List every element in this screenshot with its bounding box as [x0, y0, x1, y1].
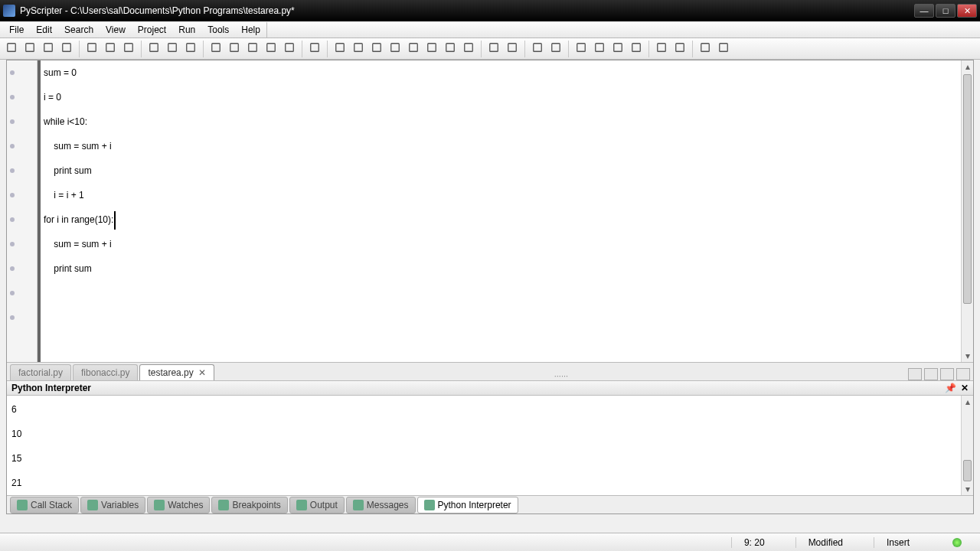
svg-rect-28 [577, 44, 586, 52]
save-icon [43, 42, 54, 55]
whitespace-button[interactable] [671, 41, 688, 57]
code-line[interactable]: i = i + 1 [44, 183, 116, 207]
minimize-button[interactable]: ― [914, 4, 934, 18]
scroll-up-icon[interactable]: ▴ [962, 60, 973, 73]
interpreter-scrollbar[interactable]: ▴ ▾ [961, 396, 973, 495]
bottom-tab-breakpoints[interactable]: Breakpoints [211, 497, 287, 514]
stop-refresh-icon [185, 42, 196, 55]
hand-button[interactable] [485, 41, 502, 57]
tab-tool-button[interactable] [956, 368, 970, 380]
toggle-breakpoint-button[interactable] [423, 41, 440, 57]
code-line[interactable]: for i in range(10): [44, 207, 116, 232]
code-line[interactable]: print sum [44, 256, 116, 281]
step-into-button[interactable] [368, 41, 385, 57]
cut-button[interactable] [102, 41, 119, 57]
step-out-button[interactable] [387, 41, 403, 57]
menu-file[interactable]: File [3, 22, 30, 37]
python-engine-icon [718, 42, 729, 55]
tab-tool-button[interactable] [940, 368, 954, 380]
menu-project[interactable]: Project [132, 22, 172, 37]
scroll-down-icon[interactable]: ▾ [962, 350, 973, 362]
scroll-thumb[interactable] [963, 74, 972, 304]
editor-area[interactable]: sum = 0i = 0while i<10: sum = sum + i pr… [7, 60, 973, 362]
close-button[interactable]: ✕ [957, 4, 977, 18]
tab-close-icon[interactable]: ✕ [198, 367, 206, 378]
world-button[interactable] [504, 41, 521, 57]
pause-button[interactable] [442, 41, 459, 57]
menu-edit[interactable]: Edit [30, 22, 58, 37]
editor-tab-fibonacci-py[interactable]: fibonacci.py [73, 364, 138, 380]
menu-search[interactable]: Search [58, 22, 100, 37]
go-back-button[interactable] [306, 41, 323, 57]
open-file-button[interactable] [21, 41, 38, 57]
indent-button[interactable] [591, 41, 608, 57]
interp-line: 6 [11, 397, 969, 422]
new-file-button[interactable] [3, 41, 20, 57]
save-button[interactable] [40, 41, 57, 57]
copy-button[interactable] [120, 41, 137, 57]
dedent-button[interactable] [573, 41, 590, 57]
find-button[interactable] [207, 41, 224, 57]
word-wrap-icon [656, 42, 667, 55]
scroll-up-icon[interactable]: ▴ [962, 396, 973, 408]
find-next-icon [229, 42, 240, 55]
interpreter-title-bar: Python Interpreter 📌 ✕ [7, 380, 973, 396]
bottom-tab-variables[interactable]: Variables [80, 497, 145, 514]
menu-tools[interactable]: Tools [201, 22, 235, 37]
editor-code[interactable]: sum = 0i = 0while i<10: sum = sum + i pr… [38, 60, 116, 362]
save-all-button[interactable] [58, 41, 75, 57]
bottom-tab-watches[interactable]: Watches [147, 497, 210, 514]
status-mode: Insert [874, 537, 922, 548]
title-bar: PyScripter - C:\Users\sal\Documents\Pyth… [0, 0, 980, 21]
bottom-tab-call-stack[interactable]: Call Stack [10, 497, 79, 514]
stop-refresh-button[interactable] [182, 41, 199, 57]
step-out-icon [390, 42, 400, 55]
code-line[interactable]: print sum [44, 158, 116, 183]
paste-button[interactable] [145, 41, 162, 57]
line-numbers-button[interactable] [628, 41, 645, 57]
find-highlight-button[interactable] [244, 41, 261, 57]
code-line[interactable]: i = 0 [44, 85, 116, 109]
run-button[interactable] [332, 41, 348, 57]
interpreter-output[interactable]: 6101521 ▴ ▾ [7, 396, 973, 495]
nav-back-button[interactable] [529, 41, 546, 57]
editor-tab-factorial-py[interactable]: factorial.py [10, 364, 71, 380]
menu-help[interactable]: Help [235, 22, 266, 37]
svg-rect-19 [391, 44, 400, 52]
code-line[interactable]: sum = sum + i [44, 134, 116, 158]
editor-scrollbar-vertical[interactable]: ▴ ▾ [961, 60, 973, 362]
print-button[interactable] [83, 41, 100, 57]
stop-button[interactable] [460, 41, 477, 57]
python-engine-button[interactable] [715, 41, 732, 57]
bottom-tab-python-interpreter[interactable]: Python Interpreter [417, 497, 518, 514]
bottom-tab-output[interactable]: Output [289, 497, 345, 514]
bottom-tab-label: Messages [367, 500, 409, 510]
paste-icon [149, 42, 159, 55]
bottom-tab-messages[interactable]: Messages [346, 497, 416, 514]
maximize-button[interactable]: □ [936, 4, 956, 18]
editor-gutter[interactable] [7, 60, 38, 362]
menu-run[interactable]: Run [172, 22, 201, 37]
goto-button[interactable] [281, 41, 298, 57]
options-button[interactable] [697, 41, 714, 57]
scroll-down-icon[interactable]: ▾ [962, 483, 973, 495]
code-line[interactable]: while i<10: [44, 109, 116, 134]
editor-tab-testarea-py[interactable]: testarea.py✕ [139, 364, 214, 380]
comment-button[interactable] [609, 41, 626, 57]
run-to-cursor-button[interactable] [405, 41, 422, 57]
find-next-button[interactable] [226, 41, 243, 57]
toggle-bookmark-button[interactable] [263, 41, 279, 57]
tab-tool-button[interactable] [908, 368, 922, 380]
reload-icon [167, 42, 178, 55]
reload-button[interactable] [164, 41, 181, 57]
panel-close-icon[interactable]: ✕ [961, 383, 969, 393]
menu-view[interactable]: View [100, 22, 132, 37]
nav-fwd-button[interactable] [547, 41, 564, 57]
tab-tool-button[interactable] [924, 368, 938, 380]
code-line[interactable]: sum = sum + i [44, 232, 116, 256]
svg-rect-22 [446, 44, 455, 52]
step-over-button[interactable] [350, 41, 367, 57]
code-line[interactable]: sum = 0 [44, 60, 116, 85]
pin-icon[interactable]: 📌 [945, 383, 956, 393]
word-wrap-button[interactable] [653, 41, 670, 57]
